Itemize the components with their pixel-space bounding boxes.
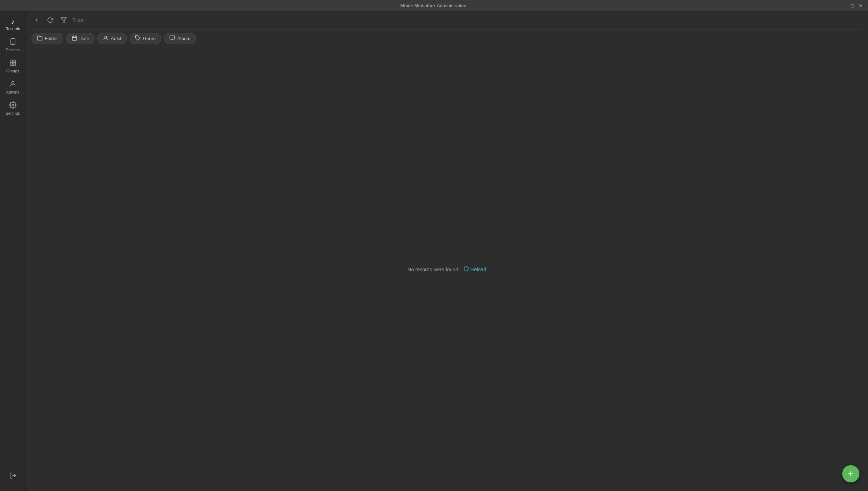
window-title: Meine Mediathek Administration [26, 3, 841, 8]
svg-marker-9 [61, 18, 67, 23]
svg-point-1 [13, 43, 13, 43]
date-icon [72, 35, 77, 42]
chip-artist[interactable]: Artist [97, 33, 127, 44]
sidebar-item-logout[interactable] [8, 468, 18, 484]
svg-rect-3 [13, 60, 15, 63]
chip-album[interactable]: Album [164, 33, 196, 44]
sidebar-item-admins[interactable]: Admins [0, 77, 25, 98]
sidebar-item-label-settings: Settings [6, 111, 20, 115]
artist-icon [103, 35, 108, 42]
genre-icon [135, 35, 141, 42]
records-icon: ♪ [11, 18, 15, 25]
svg-rect-16 [170, 36, 174, 39]
empty-state: No records were found! Reload [408, 266, 486, 273]
chip-folder-label: Folder [45, 36, 58, 41]
groups-icon [9, 59, 16, 67]
sidebar-item-label-records: Records [5, 27, 20, 31]
maximize-button[interactable]: □ [849, 3, 855, 9]
album-icon [169, 35, 175, 42]
sidebar-item-records[interactable]: ♪ Records [0, 14, 25, 34]
filter-toggle-button[interactable] [59, 15, 69, 25]
back-button[interactable] [32, 15, 42, 25]
window-controls: ─ □ ✕ [841, 3, 864, 9]
sidebar-item-label-devices: Devices [6, 48, 20, 52]
svg-rect-5 [13, 63, 15, 66]
sidebar-item-devices[interactable]: Devices [0, 34, 25, 56]
svg-rect-2 [10, 60, 13, 63]
refresh-button[interactable] [45, 15, 55, 25]
filter-chips: Folder Date [26, 29, 868, 48]
chip-date[interactable]: Date [66, 33, 95, 44]
svg-point-14 [105, 36, 107, 38]
toolbar [26, 11, 868, 29]
main-content: Folder Date [26, 11, 868, 491]
titlebar: Meine Mediathek Administration ─ □ ✕ [0, 0, 868, 11]
sidebar-item-settings[interactable]: Settings [0, 98, 25, 119]
svg-point-6 [11, 81, 14, 84]
devices-icon [9, 38, 16, 46]
sidebar-item-label-groups: Groups [6, 69, 19, 73]
reload-label: Reload [471, 267, 486, 272]
svg-rect-4 [10, 63, 13, 66]
content-area: No records were found! Reload + [26, 48, 868, 491]
settings-icon [9, 101, 16, 110]
fab-add-button[interactable]: + [842, 465, 859, 482]
empty-message: No records were found! [408, 267, 460, 272]
chip-album-label: Album [177, 36, 191, 41]
sidebar-item-label-admins: Admins [6, 90, 19, 94]
chip-genre-label: Genre [143, 36, 156, 41]
reload-icon [463, 266, 469, 273]
sidebar-item-groups[interactable]: Groups [0, 56, 25, 77]
chip-folder[interactable]: Folder [32, 33, 63, 44]
admins-icon [9, 80, 16, 89]
svg-point-7 [12, 104, 14, 106]
folder-icon [37, 35, 43, 42]
sidebar: ♪ Records Devices Groups [0, 11, 26, 491]
filter-input[interactable] [72, 17, 862, 23]
logout-icon [9, 472, 16, 480]
minimize-button[interactable]: ─ [841, 3, 847, 9]
svg-rect-10 [72, 36, 77, 40]
chip-date-label: Date [79, 36, 89, 41]
reload-button[interactable]: Reload [463, 266, 486, 273]
svg-rect-0 [11, 39, 15, 45]
chip-genre[interactable]: Genre [130, 33, 161, 44]
app-layout: ♪ Records Devices Groups [0, 11, 868, 491]
close-button[interactable]: ✕ [858, 3, 864, 9]
chip-artist-label: Artist [111, 36, 121, 41]
